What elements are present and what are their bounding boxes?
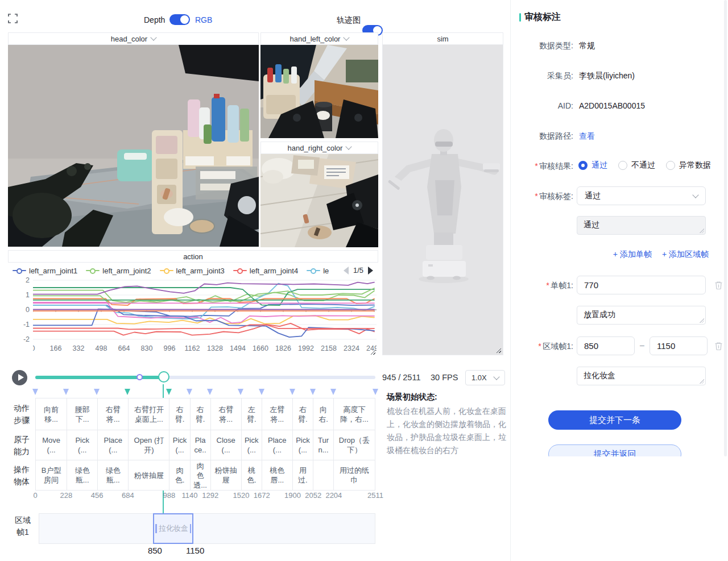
resize-corner-icon[interactable] — [370, 349, 375, 355]
play-button[interactable] — [12, 370, 27, 385]
resize-corner-icon[interactable] — [495, 347, 501, 353]
legend-label: left_arm_joint1 — [29, 267, 77, 275]
table-cell[interactable]: 肉色. — [169, 460, 189, 490]
table-cell[interactable] — [313, 460, 333, 490]
result-radio-异常数据[interactable]: 异常数据 — [666, 160, 711, 171]
legend-item[interactable]: left_arm_joint4 — [233, 267, 298, 275]
action-chart-plot[interactable] — [33, 277, 377, 343]
legend-item[interactable]: le — [307, 267, 329, 275]
slider-handle[interactable] — [158, 371, 169, 383]
timeline-marker-icon[interactable] — [32, 389, 38, 395]
table-cell[interactable]: Place (... — [262, 430, 292, 460]
add-single-frame-button[interactable]: + 添加单帧 — [613, 250, 652, 260]
trash-icon[interactable] — [714, 280, 723, 290]
tag-note-textarea[interactable]: 通过 — [577, 216, 706, 235]
timeline-marker-icon[interactable] — [310, 389, 316, 395]
head-camera-header[interactable]: head_color — [8, 32, 259, 45]
drag-handle-left[interactable] — [155, 524, 157, 533]
depth-rgb-toggle[interactable] — [169, 14, 190, 25]
region-note-textarea[interactable]: 拉化妆盒 — [577, 367, 706, 385]
fullscreen-icon[interactable] — [8, 14, 18, 23]
legend-item[interactable]: left_arm_joint2 — [86, 267, 151, 275]
table-cell[interactable]: 右臂. — [169, 398, 189, 430]
submit-next-button[interactable]: 提交并下一条 — [548, 410, 681, 430]
trash-icon[interactable] — [714, 341, 723, 351]
add-region-frame-button[interactable]: + 添加区域帧 — [662, 250, 709, 260]
table-cell[interactable]: Move (... — [36, 430, 67, 460]
table-cell[interactable]: 用过的纸巾 — [333, 460, 375, 490]
range-dash: – — [640, 340, 644, 350]
table-cell[interactable]: 右臂. — [292, 398, 313, 430]
table-cell[interactable]: 向前移... — [36, 398, 67, 430]
table-cell[interactable]: 右臂将... — [210, 398, 241, 430]
table-cell[interactable]: 粉饼抽屉 — [210, 460, 241, 490]
region-end-input[interactable]: 1150 — [650, 336, 708, 355]
table-cell[interactable]: Pick (... — [241, 430, 262, 460]
result-radio-不通过[interactable]: 不通过 — [618, 160, 655, 171]
single-frame-dot[interactable] — [136, 374, 143, 380]
region-start-input[interactable]: 850 — [577, 336, 635, 355]
table-cell[interactable]: Pick (... — [67, 430, 97, 460]
legend-item[interactable]: left_arm_joint1 — [13, 267, 77, 275]
depth-label: Depth — [144, 15, 165, 24]
submit-back-button[interactable]: 提交并返回 — [548, 444, 681, 456]
playback-slider[interactable] — [35, 376, 375, 379]
legend-next-icon[interactable] — [368, 267, 373, 275]
hand-left-camera-header[interactable]: hand_left_color — [260, 32, 378, 45]
table-cell[interactable]: Place.. — [190, 430, 210, 460]
chevron-down-icon — [692, 192, 698, 198]
table-cell[interactable]: 粉饼抽屉 — [128, 460, 169, 490]
table-cell[interactable]: 左臂. — [241, 398, 262, 430]
region-segment[interactable]: 拉化妆盒 — [153, 513, 193, 544]
region-track[interactable]: 拉化妆盒 — [39, 513, 375, 544]
timeline-marker-icon[interactable] — [259, 389, 264, 395]
table-cell[interactable]: 桃色唇... — [262, 460, 292, 490]
table-cell[interactable]: 向右. — [313, 398, 333, 430]
table-cell[interactable]: Pick (... — [292, 430, 313, 460]
table-cell[interactable]: 右臂打开桌面上... — [128, 398, 169, 430]
table-cell[interactable]: Place (... — [97, 430, 128, 460]
drag-handle-right[interactable] — [190, 524, 192, 533]
tag-select-value: 通过 — [585, 191, 601, 201]
legend-prev-icon[interactable] — [344, 267, 349, 275]
timeline-marker-icon[interactable] — [125, 389, 130, 395]
data-path-link[interactable]: 查看 — [579, 131, 595, 142]
table-row-step: 向前移...腰部下...右臂将...右臂打开桌面上...右臂.右臂.右臂将...… — [35, 398, 375, 430]
timeline-marker-icon[interactable] — [166, 389, 172, 395]
table-cell[interactable]: Pick (... — [169, 430, 189, 460]
hand-right-camera-header[interactable]: hand_right_color — [260, 142, 378, 154]
table-cell[interactable]: Turn... — [313, 430, 333, 460]
table-cell[interactable]: 用过. — [292, 460, 313, 490]
timeline-marker-icon[interactable] — [63, 389, 69, 395]
timeline-marker-icon[interactable] — [289, 389, 295, 395]
table-cell[interactable]: 绿色瓶... — [97, 460, 128, 490]
table-cell[interactable]: 左臂将... — [262, 398, 292, 430]
table-cell[interactable]: B户型房间 — [36, 460, 67, 490]
toggle-knob — [180, 15, 189, 24]
table-cell[interactable]: 右臂将... — [97, 398, 128, 430]
head-camera-image — [8, 45, 259, 247]
panel-scrollbar[interactable] — [724, 0, 727, 456]
table-cell[interactable]: 桃色. — [241, 460, 262, 490]
table-cell[interactable]: Close (... — [210, 430, 241, 460]
timeline-marker-icon[interactable] — [187, 389, 192, 395]
timeline-marker-icon[interactable] — [94, 389, 100, 395]
result-label: *审核结果: — [511, 161, 573, 172]
tag-select[interactable]: 通过 — [577, 186, 706, 205]
table-cell[interactable]: 高度下降，右... — [333, 398, 375, 430]
timeline-marker-icon[interactable] — [330, 389, 336, 395]
table-cell[interactable]: Drop（丢下） — [333, 430, 375, 460]
table-cell[interactable]: Open (打开) — [128, 430, 169, 460]
table-cell[interactable]: 肉色透... — [190, 460, 210, 490]
table-cell[interactable]: 腰部下... — [67, 398, 97, 430]
timeline-marker-icon[interactable] — [238, 389, 243, 395]
legend-item[interactable]: left_arm_joint3 — [160, 267, 225, 275]
table-cell[interactable]: 右臂. — [190, 398, 210, 430]
single-frame-note-textarea[interactable]: 放置成功 — [577, 306, 706, 325]
timeline-marker-icon[interactable] — [207, 389, 213, 395]
single-frame-input[interactable]: 770 — [577, 276, 706, 294]
table-cell[interactable]: 绿色瓶... — [67, 460, 97, 490]
timeline-marker-icon[interactable] — [373, 389, 378, 395]
speed-select[interactable]: 1.0X — [465, 370, 505, 385]
result-radio-通过[interactable]: 通过 — [578, 160, 607, 171]
